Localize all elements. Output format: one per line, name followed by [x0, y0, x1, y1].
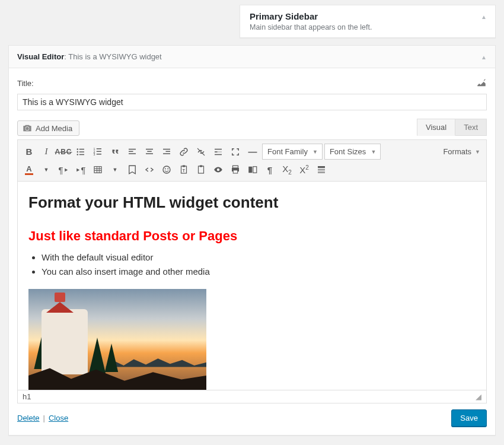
svg-rect-46 — [318, 171, 325, 173]
visibility-button[interactable] — [210, 162, 226, 177]
unlink-button[interactable] — [193, 144, 209, 160]
font-family-select[interactable]: Font Family — [262, 144, 323, 160]
svg-point-1 — [77, 151, 78, 152]
anchor-button[interactable] — [125, 162, 140, 177]
font-sizes-select[interactable]: Font Sizes — [324, 144, 381, 160]
svg-rect-17 — [146, 153, 153, 154]
editor-mode-tabs: Visual Text — [417, 119, 487, 136]
insert-more-button[interactable] — [210, 144, 226, 160]
title-label: Title: — [17, 79, 34, 88]
svg-rect-24 — [215, 151, 218, 152]
table-more-button[interactable]: ▼ — [107, 162, 123, 177]
content-h1[interactable]: Format your HTML widget content — [28, 193, 476, 212]
svg-rect-12 — [129, 148, 136, 150]
numbered-list-button[interactable]: 123 — [90, 144, 106, 160]
text-color-button[interactable]: A — [21, 162, 37, 177]
paste-text-button[interactable]: T — [176, 162, 192, 177]
widget-footer: Delete | Close Save — [17, 403, 487, 427]
svg-text:3: 3 — [94, 152, 95, 156]
svg-rect-5 — [79, 154, 84, 155]
add-media-label: Add Media — [36, 124, 72, 133]
link-button[interactable] — [176, 144, 192, 160]
list-item[interactable]: You can also insert image and other medi… — [42, 265, 476, 278]
svg-point-0 — [77, 148, 78, 150]
add-media-button[interactable]: Add Media — [17, 120, 79, 136]
strikethrough-button[interactable]: ABC — [56, 144, 71, 160]
widget-body: Title: Add Media Visual Text B I ABC — [9, 68, 495, 435]
formats-select[interactable]: Formats ▼ — [441, 147, 483, 156]
toolbar-toggle-button[interactable] — [314, 162, 329, 177]
svg-rect-25 — [215, 154, 222, 155]
bold-button[interactable]: B — [21, 144, 37, 160]
title-options-icon[interactable] — [476, 78, 487, 91]
save-button[interactable]: Save — [451, 409, 487, 427]
svg-rect-42 — [248, 167, 252, 173]
content-image[interactable] — [28, 289, 206, 390]
bulleted-list-button[interactable] — [73, 144, 88, 160]
collapse-caret-icon[interactable]: ▲ — [481, 14, 487, 20]
align-center-button[interactable] — [142, 144, 157, 160]
svg-point-2 — [77, 154, 78, 155]
editor-content[interactable]: Format your HTML widget content Just lik… — [18, 182, 486, 390]
blockquote-button[interactable] — [107, 144, 123, 160]
emoticon-button[interactable] — [159, 162, 174, 177]
delete-link[interactable]: Delete — [17, 414, 40, 422]
svg-rect-37 — [199, 166, 204, 173]
svg-rect-38 — [200, 166, 203, 167]
ltr-button[interactable]: ¶‣ — [56, 162, 71, 177]
svg-rect-43 — [253, 167, 257, 173]
svg-rect-11 — [97, 154, 101, 155]
svg-text:T: T — [183, 169, 186, 173]
svg-rect-14 — [129, 153, 136, 154]
table-button[interactable] — [90, 162, 106, 177]
svg-rect-39 — [233, 166, 238, 168]
svg-rect-26 — [94, 167, 101, 173]
clear-formatting-button[interactable] — [193, 162, 209, 177]
svg-rect-44 — [318, 166, 325, 168]
rtl-button[interactable]: ‣¶ — [73, 162, 88, 177]
svg-point-33 — [167, 169, 168, 170]
text-color-more-button[interactable]: ▼ — [39, 162, 54, 177]
align-left-button[interactable] — [125, 144, 140, 160]
list-item[interactable]: With the default visual editor — [42, 251, 476, 264]
search-replace-button[interactable] — [245, 162, 260, 177]
svg-point-31 — [163, 166, 170, 173]
fullscreen-button[interactable] — [228, 144, 243, 160]
close-link[interactable]: Close — [49, 414, 68, 422]
widget-header[interactable]: Visual Editor: This is a WYSIWYG widget … — [9, 46, 495, 68]
sidebar-desc: Main sidebar that appears on the left. — [250, 23, 471, 31]
svg-rect-3 — [79, 148, 84, 150]
print-button[interactable] — [228, 162, 243, 177]
svg-rect-41 — [233, 170, 238, 173]
widget-collapse-caret-icon[interactable]: ▲ — [481, 54, 487, 61]
superscript-button[interactable]: X2 — [296, 162, 312, 177]
svg-rect-35 — [183, 166, 186, 167]
svg-rect-16 — [147, 151, 152, 152]
svg-rect-18 — [163, 148, 170, 150]
tab-visual[interactable]: Visual — [417, 119, 455, 136]
resize-handle-icon[interactable]: ◢ — [476, 392, 481, 401]
horizontal-rule-button[interactable]: — — [245, 144, 260, 160]
show-blocks-button[interactable]: ¶ — [262, 162, 277, 177]
svg-rect-20 — [163, 153, 170, 154]
subscript-button[interactable]: X2 — [279, 162, 295, 177]
italic-button[interactable]: I — [39, 144, 54, 160]
camera-icon — [23, 123, 32, 133]
svg-rect-15 — [146, 148, 153, 150]
content-list[interactable]: With the default visual editor You can a… — [42, 251, 476, 278]
align-right-button[interactable] — [159, 144, 174, 160]
svg-rect-19 — [166, 151, 171, 152]
sidebar-title: Primary Sidebar — [250, 11, 471, 21]
svg-rect-22 — [215, 148, 222, 150]
editor-status-bar: h1 ◢ — [17, 390, 487, 403]
code-button[interactable] — [142, 162, 157, 177]
editor-area: Format your HTML widget content Just lik… — [17, 182, 487, 390]
content-h2[interactable]: Just like standard Posts or Pages — [28, 228, 476, 244]
tab-text[interactable]: Text — [455, 119, 487, 136]
chevron-down-icon: ▼ — [475, 149, 480, 155]
widget-header-name: Visual Editor — [17, 52, 64, 61]
title-input[interactable] — [17, 94, 487, 110]
sidebar-region-header[interactable]: Primary Sidebar Main sidebar that appear… — [240, 5, 496, 38]
widget-header-subtitle: This is a WYSIWYG widget — [68, 52, 161, 61]
visual-editor-widget: Visual Editor: This is a WYSIWYG widget … — [8, 45, 496, 436]
